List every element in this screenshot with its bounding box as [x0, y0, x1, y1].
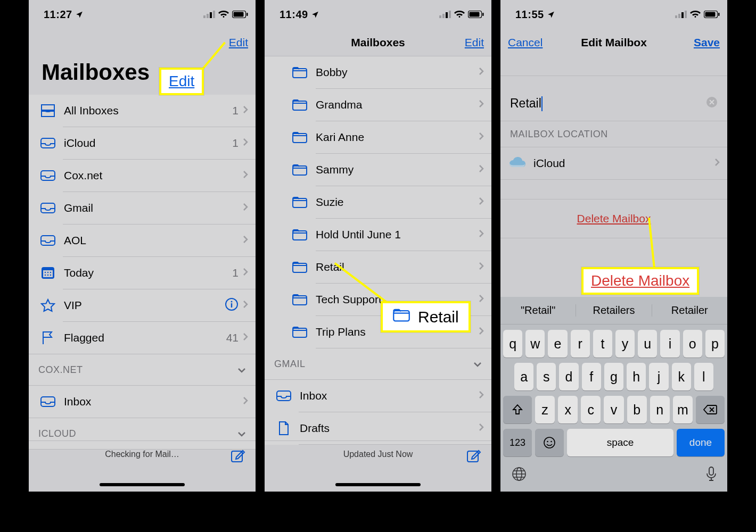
svg-point-18 [50, 275, 51, 276]
row-gmail-inbox[interactable]: Inbox [265, 380, 491, 412]
key-a[interactable]: a [514, 363, 533, 390]
cancel-button[interactable]: Cancel [508, 36, 550, 49]
row-count: 1 [232, 137, 243, 149]
chevron-right-icon [243, 268, 248, 278]
suggestion[interactable]: Retailers [576, 304, 652, 317]
status-bar: 11:27 [29, 0, 256, 29]
row-today[interactable]: Today 1 [29, 257, 256, 289]
done-key[interactable]: done [677, 429, 725, 456]
key-n[interactable]: n [650, 396, 670, 423]
mailbox-name-input[interactable]: Retail [500, 87, 727, 121]
row-label: Today [59, 267, 232, 279]
folder-row[interactable]: Kari Anne [265, 121, 491, 153]
edit-button[interactable]: Edit [441, 36, 484, 49]
key-l[interactable]: l [694, 363, 713, 390]
key-f[interactable]: f [582, 363, 601, 390]
globe-icon[interactable] [511, 466, 527, 486]
folder-row[interactable]: Retail [265, 251, 491, 283]
clear-icon[interactable] [706, 96, 718, 111]
key-w[interactable]: w [525, 330, 545, 358]
key-b[interactable]: b [627, 396, 647, 423]
info-icon[interactable] [225, 297, 239, 313]
wifi-icon [454, 11, 465, 18]
compose-button[interactable] [230, 447, 246, 466]
home-indicator[interactable] [335, 483, 421, 486]
folder-row[interactable]: Hold Until June 1 [265, 219, 491, 251]
folder-row[interactable]: Bobby [265, 56, 491, 88]
key-q[interactable]: q [503, 330, 522, 358]
row-flagged[interactable]: Flagged 41 [29, 322, 256, 354]
row-vip[interactable]: VIP [29, 289, 256, 321]
space-key[interactable]: space [567, 429, 673, 456]
status-time: 11:27 [44, 9, 72, 21]
suggestion[interactable]: "Retail" [500, 304, 576, 317]
row-aol[interactable]: AOL [29, 225, 256, 256]
key-j[interactable]: j [649, 363, 668, 390]
key-u[interactable]: u [638, 330, 657, 358]
numbers-key[interactable]: 123 [503, 429, 532, 456]
svg-point-13 [45, 272, 46, 273]
row-label: Bobby [310, 66, 479, 79]
keyboard[interactable]: "Retail" Retailers Retailer qwertyuiop a… [500, 297, 727, 492]
row-gmail[interactable]: Gmail [29, 192, 256, 224]
svg-rect-26 [446, 12, 448, 18]
signal-icon [439, 11, 451, 18]
suggestion[interactable]: Retailer [652, 304, 727, 317]
key-i[interactable]: i [660, 330, 679, 358]
folder-row[interactable]: Grandma [265, 89, 491, 121]
row-cox-inbox[interactable]: Inbox [29, 386, 256, 418]
svg-rect-42 [393, 311, 409, 321]
key-v[interactable]: v [604, 396, 623, 423]
key-k[interactable]: k [672, 363, 691, 390]
key-r[interactable]: r [571, 330, 590, 358]
svg-rect-21 [231, 303, 232, 307]
key-d[interactable]: d [559, 363, 578, 390]
svg-point-51 [544, 437, 555, 448]
svg-point-17 [47, 275, 48, 276]
chevron-right-icon [243, 235, 248, 246]
key-o[interactable]: o [683, 330, 702, 358]
compose-button[interactable] [466, 447, 482, 466]
svg-rect-0 [203, 15, 206, 18]
keyboard-suggestions[interactable]: "Retail" Retailers Retailer [500, 297, 727, 325]
row-icloud[interactable]: iCloud 1 [29, 127, 256, 159]
key-g[interactable]: g [604, 363, 623, 390]
row-cox[interactable]: Cox.net [29, 160, 256, 192]
row-label: Gmail [59, 202, 243, 214]
folder-icon [289, 163, 310, 176]
folder-row[interactable]: Sammy [265, 154, 491, 186]
svg-point-16 [45, 275, 46, 276]
section-header-cox[interactable]: COX.NET [29, 354, 256, 385]
row-gmail-drafts[interactable]: Drafts [265, 412, 491, 444]
home-indicator[interactable] [100, 483, 185, 486]
key-p[interactable]: p [705, 330, 725, 358]
key-m[interactable]: m [673, 396, 693, 423]
key-h[interactable]: h [627, 363, 646, 390]
key-e[interactable]: e [548, 330, 567, 358]
section-header-location: MAILBOX LOCATION [500, 121, 727, 147]
chevron-right-icon [243, 300, 248, 311]
key-x[interactable]: x [558, 396, 578, 423]
key-t[interactable]: t [593, 330, 612, 358]
svg-rect-48 [705, 12, 716, 17]
key-z[interactable]: z [535, 396, 555, 423]
backspace-key[interactable] [696, 396, 725, 423]
row-all-inboxes[interactable]: All Inboxes 1 [29, 95, 256, 127]
delete-mailbox-button[interactable]: Delete Mailbox [500, 200, 727, 238]
save-button[interactable]: Save [677, 36, 720, 49]
key-c[interactable]: c [581, 396, 601, 423]
key-s[interactable]: s [537, 363, 556, 390]
section-header-gmail[interactable]: GMAIL [265, 348, 491, 379]
shift-key[interactable] [503, 396, 532, 423]
emoji-key[interactable] [535, 429, 564, 456]
row-label: Grandma [310, 98, 479, 111]
key-y[interactable]: y [615, 330, 635, 358]
phone-edit-mailbox: 11:55 Cancel Edit Mailbox Save Retail MA… [500, 0, 727, 492]
mic-icon[interactable] [706, 466, 717, 486]
edit-button[interactable]: Edit [206, 36, 248, 49]
svg-rect-1 [207, 14, 209, 18]
svg-rect-34 [293, 166, 307, 175]
folder-row[interactable]: Suzie [265, 186, 491, 218]
callout-delete-mailbox: Delete Mailbox [581, 267, 699, 295]
row-location-icloud[interactable]: iCloud [500, 147, 727, 179]
